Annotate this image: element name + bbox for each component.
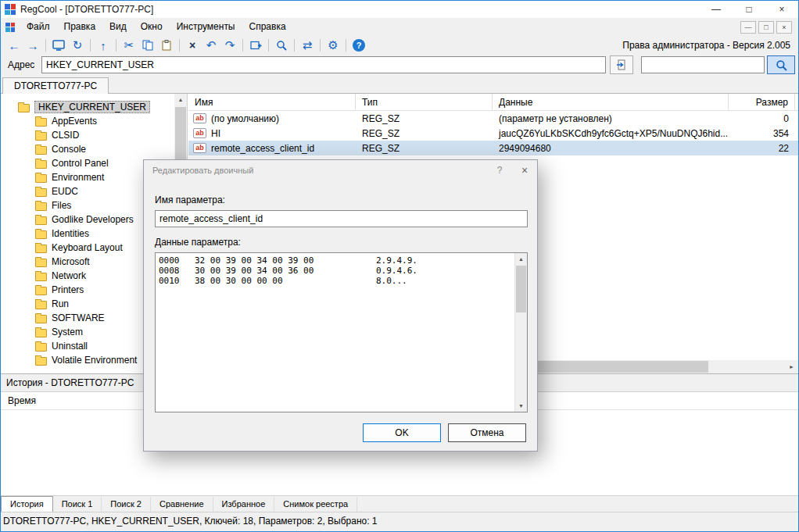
value-type-cell: REG_SZ [356, 113, 493, 124]
toolbar-separator [320, 39, 321, 52]
menu-view[interactable]: Вид [102, 18, 134, 36]
registry-value-row[interactable]: ab(по умолчанию) REG_SZ (параметр не уст… [188, 111, 798, 126]
hex-bytes: 38 00 30 00 00 00 [195, 276, 376, 286]
child-restore-button[interactable]: □ [758, 21, 774, 34]
child-window-icon[interactable] [5, 23, 15, 32]
minimize-button[interactable]: — [700, 1, 733, 18]
column-header-type[interactable]: Тип [356, 94, 493, 110]
hex-vertical-scrollbar[interactable]: ▲ ▼ [514, 253, 527, 412]
tree-item-label: Environment [52, 172, 104, 183]
tab-dtoretto777-pc[interactable]: DTORETTO777-PC [2, 77, 109, 94]
folder-icon [35, 301, 47, 309]
scrollbar-track[interactable] [708, 360, 785, 373]
folder-icon [35, 287, 47, 295]
tree-item-label: EUDC [52, 186, 78, 197]
maximize-button[interactable]: □ [733, 1, 765, 18]
tree-item-label: Control Panel [52, 158, 109, 169]
computer-icon[interactable] [49, 37, 68, 54]
quick-search-input[interactable] [641, 56, 765, 73]
toolbar: ← → ↻ ↑ ✂ × ↶ ↷ ⇄ ⚙ ? Прав [1, 36, 798, 55]
delete-icon[interactable]: × [183, 37, 202, 54]
ok-button[interactable]: OK [363, 423, 441, 442]
close-button[interactable]: × [765, 1, 798, 18]
undo-icon[interactable]: ↶ [202, 37, 220, 54]
child-close-button[interactable]: × [776, 21, 792, 34]
value-name: remote_access_client_id [211, 143, 314, 154]
redo-icon[interactable]: ↷ [220, 37, 239, 54]
tab-compare[interactable]: Сравнение [151, 497, 213, 512]
tree-item[interactable]: AppEvents [1, 114, 187, 128]
toolbar-separator [116, 39, 116, 52]
tab-favorites[interactable]: Избранное [213, 497, 275, 512]
tab-search-1[interactable]: Поиск 1 [53, 497, 102, 512]
goto-button[interactable] [610, 55, 633, 74]
refresh-icon[interactable]: ↻ [68, 37, 87, 54]
param-name-input[interactable] [155, 210, 528, 227]
help-icon[interactable]: ? [349, 37, 368, 54]
menu-window[interactable]: Окно [134, 18, 170, 36]
folder-icon [35, 273, 47, 281]
tree-item[interactable]: Console [1, 142, 187, 156]
copy-icon[interactable] [138, 37, 157, 54]
scroll-up-icon[interactable]: ▲ [174, 94, 187, 106]
dialog-close-button[interactable]: × [512, 160, 537, 180]
dialog-controls: ? × [487, 160, 537, 180]
folder-icon [35, 230, 47, 239]
up-icon[interactable]: ↑ [94, 37, 113, 54]
tree-item-label: CLSID [52, 130, 79, 141]
tree-item[interactable]: CLSID [1, 128, 187, 142]
window-controls: — □ × [700, 1, 798, 18]
menu-file[interactable]: Файл [20, 18, 57, 36]
dialog-help-button[interactable]: ? [487, 160, 512, 180]
folder-icon [35, 146, 47, 155]
hex-row: 0000 32 00 39 00 34 00 39 00 2.9.4.9. [159, 255, 524, 266]
cut-icon[interactable]: ✂ [120, 37, 138, 54]
menu-help[interactable]: Справка [242, 18, 293, 36]
back-icon[interactable]: ← [5, 37, 23, 54]
cancel-button[interactable]: Отмена [448, 423, 526, 442]
address-label: Адрес [1, 59, 41, 70]
regcool-logo-icon [5, 4, 16, 15]
reg-sz-icon: ab [193, 143, 206, 153]
titlebar: RegCool - [DTORETTO777-PC] — □ × [1, 1, 798, 18]
tab-registry-snapshot[interactable]: Снимок реестра [274, 497, 357, 512]
menu-tools[interactable]: Инструменты [170, 18, 242, 36]
column-header-name[interactable]: Имя [188, 94, 356, 110]
hex-editor[interactable]: 0000 32 00 39 00 34 00 39 00 2.9.4.9. 00… [155, 252, 528, 412]
menu-edit[interactable]: Правка [57, 18, 103, 36]
folder-icon [18, 104, 30, 112]
dialog-title: Редактировать двоичный [152, 166, 253, 175]
child-minimize-button[interactable]: — [740, 21, 756, 34]
folder-icon [35, 245, 47, 253]
menubar: Файл Правка Вид Окно Инструменты Справка… [1, 18, 798, 36]
sync-icon[interactable]: ⇄ [298, 37, 317, 54]
scroll-down-icon[interactable]: ▼ [515, 400, 527, 412]
paste-icon[interactable] [157, 37, 176, 54]
settings-gear-icon[interactable]: ⚙ [324, 37, 342, 54]
forward-icon[interactable]: → [23, 37, 42, 54]
new-window-icon[interactable] [246, 37, 265, 54]
value-name: HI [211, 128, 220, 139]
quick-search-button[interactable] [767, 55, 795, 74]
scroll-up-icon[interactable]: ▲ [515, 253, 527, 265]
tree-item-hkey-current-user[interactable]: HKEY_CURRENT_USER [1, 100, 187, 114]
search-icon [776, 59, 787, 71]
tab-search-2[interactable]: Поиск 2 [102, 497, 151, 512]
status-bar: DTORETTO777-PC, HKEY_CURRENT_USER, Ключе… [1, 512, 798, 531]
scrollbar-thumb[interactable] [516, 266, 526, 312]
column-header-data[interactable]: Данные [493, 94, 729, 110]
address-input[interactable] [41, 56, 606, 73]
value-type-cell: REG_SZ [356, 143, 493, 154]
admin-version-label: Права администратора - Версия 2.005 [622, 40, 798, 51]
tab-history[interactable]: История [1, 496, 53, 512]
tree-item-label: System [52, 327, 83, 337]
column-header-size[interactable]: Размер [729, 94, 795, 110]
search-icon[interactable] [272, 37, 291, 54]
registry-value-row-selected[interactable]: abremote_access_client_id REG_SZ 2949094… [188, 141, 798, 155]
registry-value-row[interactable]: abHI REG_SZ jaucQZ6YuLKbSKCdh9yfc6Gctq+X… [188, 126, 798, 141]
hex-bytes: 30 00 39 00 34 00 36 00 [195, 266, 376, 276]
value-name-cell: abremote_access_client_id [188, 143, 356, 154]
scroll-right-icon[interactable]: ► [785, 360, 798, 373]
tree-item-label: Microsoft [52, 256, 90, 267]
toolbar-separator [179, 39, 180, 52]
